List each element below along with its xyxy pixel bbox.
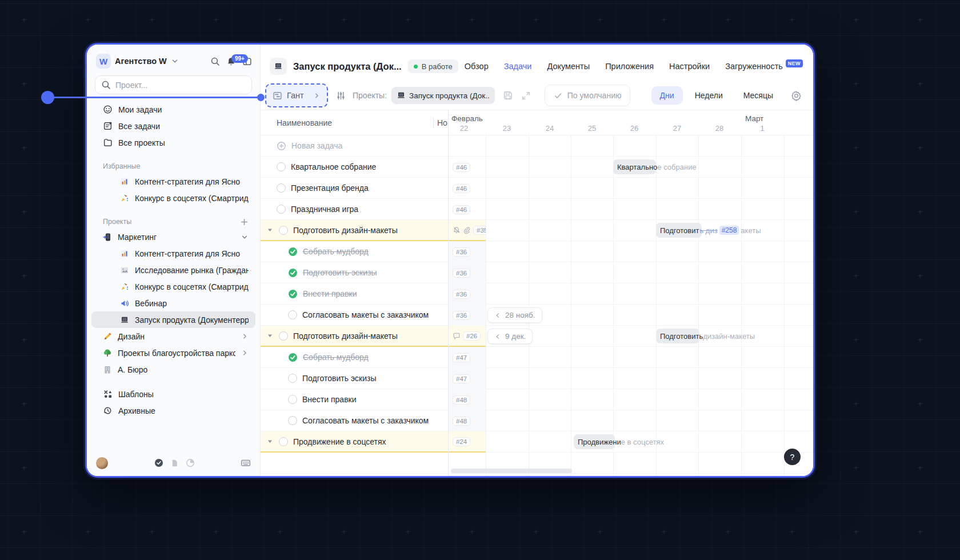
file-icon[interactable] <box>170 459 179 467</box>
sidebar-item-project[interactable]: Проекты благоустройства парков <box>91 345 255 361</box>
task-row[interactable]: Праздничная игра <box>261 199 448 220</box>
sidebar-item-project[interactable]: Архивные <box>91 402 255 419</box>
gantt-row: #36 <box>449 262 813 283</box>
task-row[interactable]: Собрать мудборд <box>261 347 448 368</box>
check-circle-icon[interactable] <box>154 458 163 467</box>
gear-icon[interactable] <box>791 90 802 101</box>
task-row[interactable]: Согласовать макеты с заказчиком <box>261 305 448 326</box>
sidebar-item-project[interactable]: Вебинар <box>91 295 255 311</box>
task-done-icon[interactable] <box>288 289 298 299</box>
collapse-chevron-icon[interactable] <box>266 226 274 234</box>
chevron-down-icon[interactable] <box>171 57 179 65</box>
gantt-bar[interactable]: Квартальное собрание <box>613 159 656 174</box>
scale-months[interactable]: Месяцы <box>735 86 782 105</box>
gantt-view-icon <box>273 91 282 101</box>
tab-tasks[interactable]: Задачи <box>504 62 532 71</box>
preset-dropdown[interactable]: По умолчанию <box>545 85 631 106</box>
project-search-input[interactable]: Проект... <box>95 75 252 94</box>
tab-overview[interactable]: Обзор <box>465 62 489 71</box>
search-icon[interactable] <box>210 57 220 66</box>
task-checkbox[interactable] <box>279 226 288 235</box>
notifications-badge: 99+ <box>231 54 248 63</box>
collapse-chevron-icon[interactable] <box>266 438 274 445</box>
name-column-header[interactable]: Наименование <box>277 110 332 135</box>
sidebar-item-project[interactable]: Дизайн <box>91 328 255 345</box>
chevron-right-icon[interactable] <box>241 349 249 357</box>
project-filter-chip[interactable]: Запуск продукта (Док.. <box>391 87 495 104</box>
task-checkbox[interactable] <box>288 416 297 425</box>
task-checkbox[interactable] <box>288 374 297 383</box>
task-row[interactable]: Подготовить дизайн-макеты <box>261 220 448 241</box>
task-checkbox[interactable] <box>279 331 288 341</box>
workspace-name[interactable]: Агентство W <box>115 57 167 66</box>
save-view-icon[interactable] <box>503 90 513 101</box>
gantt-row-gutter: #47 <box>449 347 486 368</box>
grid-cross-mark: + <box>470 527 474 536</box>
gantt-row-gutter: #48 <box>449 389 486 410</box>
sidebar-item-project[interactable]: Контент-стратегия для Ясно <box>91 173 255 190</box>
number-column-header[interactable]: Ном <box>437 110 448 135</box>
add-project-icon[interactable] <box>240 218 249 226</box>
user-avatar[interactable] <box>96 457 108 469</box>
tab-documents[interactable]: Документы <box>547 62 590 71</box>
tab-workload[interactable]: ЗагруженностьNEW <box>725 62 803 71</box>
pie-chart-icon[interactable] <box>186 458 195 467</box>
scale-days[interactable]: Дни <box>651 86 683 105</box>
sidebar-item-project[interactable]: Конкурс в соцсетях (Смартридинг) <box>91 190 255 206</box>
keyboard-icon[interactable] <box>241 458 251 468</box>
status-badge[interactable]: В работе <box>408 59 458 73</box>
gantt-bar[interactable]: Подготовить диз#258акеты <box>656 223 702 238</box>
scale-weeks[interactable]: Недели <box>686 86 731 105</box>
task-row[interactable]: Подготовить дизайн-макеты <box>261 326 448 347</box>
task-row[interactable]: Внести правки <box>261 389 448 410</box>
column-divider[interactable] <box>433 117 434 128</box>
task-done-icon[interactable] <box>288 353 298 362</box>
task-done-icon[interactable] <box>288 247 298 257</box>
sidebar-item-project[interactable]: Конкурс в соцсетях (Смартридинг) <box>91 278 255 295</box>
sidebar-item-all-tasks[interactable]: Все задачи <box>91 118 255 134</box>
task-row[interactable]: Подготовить эскизы <box>261 262 448 283</box>
task-checkbox[interactable] <box>279 437 288 446</box>
sidebar-item-all-projects[interactable]: Все проекты <box>91 134 255 151</box>
notifications-button[interactable]: 99+ <box>226 57 236 66</box>
chevron-down-icon[interactable] <box>241 233 249 241</box>
comment-icon <box>453 332 461 340</box>
task-checkbox[interactable] <box>288 310 297 319</box>
filter-sliders-icon[interactable] <box>336 91 346 101</box>
task-checkbox[interactable] <box>288 395 297 404</box>
task-row[interactable]: Согласовать макеты с заказчиком <box>261 410 448 431</box>
view-selector-gantt-button[interactable]: Гант <box>265 83 328 107</box>
grid-cross-mark: + <box>278 15 282 24</box>
task-checkbox[interactable] <box>277 205 286 214</box>
task-row[interactable]: Подготовить эскизы <box>261 368 448 389</box>
sidebar-item-project[interactable]: А. Бюро <box>91 361 255 378</box>
new-task-row[interactable]: Новая задача <box>261 135 448 157</box>
tab-applications[interactable]: Приложения <box>605 62 654 71</box>
task-row[interactable]: Презентация бренда <box>261 178 448 199</box>
tab-settings[interactable]: Настройки <box>669 62 710 71</box>
sidebar-item-project[interactable]: Шаблоны <box>91 386 255 402</box>
gantt-bar[interactable]: Подготовить дизайн-макеты <box>656 329 699 343</box>
sidebar-item-project[interactable]: Маркетинг <box>91 229 255 245</box>
gantt-date-nav-chip[interactable]: 28 нояб. <box>487 307 542 323</box>
sidebar-item-project[interactable]: Запуск продукта (Документерра) <box>91 311 255 328</box>
collapse-chevron-icon[interactable] <box>266 332 274 339</box>
chevron-right-icon[interactable] <box>241 333 249 340</box>
task-checkbox[interactable] <box>277 183 286 193</box>
gantt-date-nav-chip[interactable]: 9 дек. <box>487 329 533 344</box>
sidebar-item-label: Конкурс в соцсетях (Смартридинг) <box>135 194 249 203</box>
task-done-icon[interactable] <box>288 268 298 278</box>
linked-task-chip[interactable]: #258 <box>719 226 739 235</box>
task-row[interactable]: Квартальное собрание <box>261 157 448 178</box>
task-checkbox[interactable] <box>277 162 286 171</box>
gantt-horizontal-scrollbar[interactable] <box>451 469 572 473</box>
fullscreen-icon[interactable] <box>521 91 531 101</box>
help-button[interactable]: ? <box>784 449 801 465</box>
sidebar-item-my-tasks[interactable]: Мои задачи <box>91 101 255 118</box>
task-row[interactable]: Внести правки <box>261 283 448 305</box>
task-row[interactable]: Продвижение в соцсетях <box>261 431 448 453</box>
sidebar-item-project[interactable]: Контент-стратегия для Ясно <box>91 245 255 262</box>
sidebar-item-project[interactable]: Исследование рынка (Гражданпроект) <box>91 262 255 278</box>
task-row[interactable]: Собрать мудборд <box>261 241 448 262</box>
gantt-bar[interactable]: Продвижение в соцсетях <box>574 434 615 449</box>
